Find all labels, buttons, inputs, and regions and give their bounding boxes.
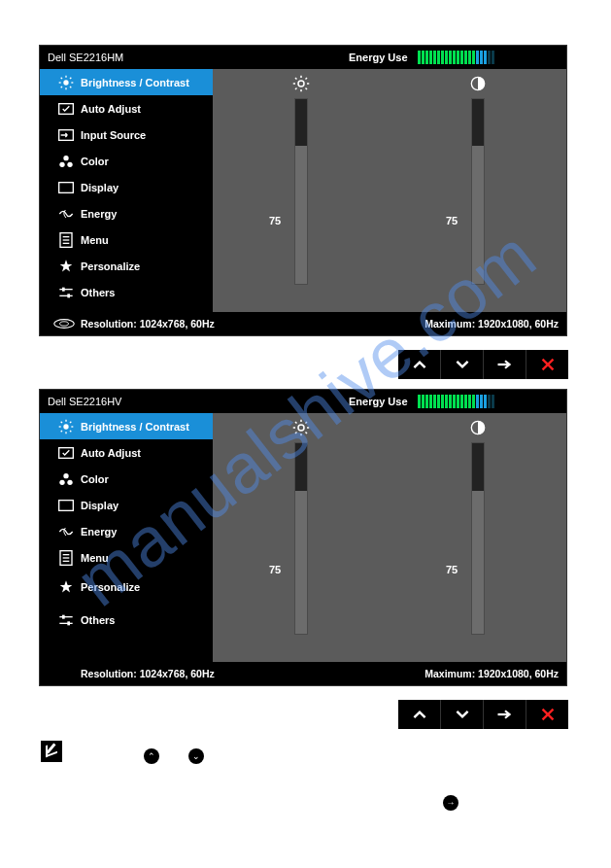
brightness-icon [51, 75, 81, 90]
energy-use-label: Energy Use [349, 396, 408, 407]
contrast-slider[interactable] [471, 442, 485, 635]
enter-button[interactable] [484, 350, 526, 379]
sidebar-item-brightness-contrast[interactable]: Brightness / Contrast [40, 69, 213, 95]
sidebar-item-label: Input Source [81, 129, 213, 141]
enter-button[interactable] [484, 700, 526, 729]
menu-icon [51, 550, 81, 566]
osd-header: Dell SE2216HM Energy Use [40, 46, 566, 69]
sidebar-item-auto-adjust[interactable]: Auto Adjust [40, 95, 213, 122]
svg-line-44 [70, 431, 71, 432]
sidebar-item-others[interactable]: Others [40, 279, 213, 305]
brightness-slider[interactable] [294, 98, 308, 285]
brightness-icon [51, 419, 81, 434]
energy-icon [51, 525, 81, 538]
color-icon [51, 155, 81, 168]
svg-point-13 [67, 161, 72, 166]
osd-sidebar: Brightness / Contrast Auto Adjust Color … [40, 413, 213, 662]
brightness-header-icon [213, 73, 390, 94]
svg-rect-58 [62, 615, 65, 619]
svg-point-49 [59, 479, 64, 484]
sidebar-item-display[interactable]: Display [40, 492, 213, 518]
svg-point-12 [59, 161, 64, 166]
small-down-icon [188, 748, 204, 764]
svg-line-43 [61, 421, 62, 422]
sidebar-item-label: Personalize [81, 260, 213, 272]
sidebar-item-others[interactable]: Others [40, 604, 213, 637]
sidebar-item-display[interactable]: Display [40, 174, 213, 200]
svg-point-0 [63, 80, 68, 85]
energy-meter [418, 395, 494, 408]
osd-button-strip-1 [398, 350, 568, 379]
svg-line-5 [61, 77, 62, 78]
svg-line-30 [295, 88, 297, 90]
sidebar-item-energy[interactable]: Energy [40, 518, 213, 544]
energy-meter [418, 51, 494, 64]
contrast-value: 75 [446, 215, 458, 226]
svg-rect-14 [59, 182, 74, 192]
small-right-icon [443, 795, 458, 811]
up-button[interactable] [398, 350, 441, 379]
small-up-icon [144, 748, 159, 764]
brightness-slider[interactable] [294, 442, 308, 635]
osd-button-strip-2 [398, 700, 568, 729]
down-button[interactable] [441, 700, 484, 729]
sidebar-item-color[interactable]: Color [40, 148, 213, 174]
sidebar-item-personalize[interactable]: Personalize [40, 253, 213, 279]
display-icon [51, 182, 81, 193]
svg-line-7 [61, 87, 62, 87]
sidebar-item-brightness-contrast[interactable]: Brightness / Contrast [40, 413, 213, 439]
svg-point-60 [298, 425, 304, 431]
contrast-slider[interactable] [471, 98, 485, 285]
down-button[interactable] [441, 350, 484, 379]
close-button[interactable] [526, 700, 568, 729]
sidebar-item-label: Energy [81, 526, 213, 538]
osd-panel-2: Dell SE2216HV Energy Use Brightness / Co… [39, 389, 567, 686]
brightness-value: 75 [269, 215, 281, 226]
sidebar-item-personalize[interactable]: Personalize [40, 571, 213, 604]
sidebar-item-menu[interactable]: Menu [40, 226, 213, 253]
up-button[interactable] [398, 700, 441, 729]
osd-header: Dell SE2216HV Energy Use [40, 390, 566, 413]
svg-point-38 [63, 424, 68, 429]
svg-point-33 [54, 320, 75, 329]
input-source-icon [51, 129, 81, 141]
sidebar-item-auto-adjust[interactable]: Auto Adjust [40, 439, 213, 466]
osd-title: Dell SE2216HV [48, 396, 349, 407]
svg-line-6 [70, 87, 71, 87]
svg-point-11 [63, 156, 68, 160]
sidebar-item-label: Energy [81, 208, 213, 220]
svg-line-66 [306, 433, 308, 434]
sidebar-item-energy[interactable]: Energy [40, 200, 213, 226]
sidebar-item-label: Brightness / Contrast [81, 77, 213, 88]
maximum-text: Maximum: 1920x1080, 60Hz [424, 318, 559, 330]
svg-point-48 [63, 473, 68, 478]
osd-content: 75 75 [213, 413, 566, 662]
brightness-header-icon [213, 417, 390, 438]
svg-line-31 [306, 78, 308, 80]
color-icon [51, 472, 81, 486]
others-icon [51, 286, 81, 299]
svg-line-45 [61, 431, 62, 432]
svg-rect-51 [59, 500, 74, 510]
svg-line-65 [295, 422, 297, 424]
sidebar-item-input-source[interactable]: Input Source [40, 122, 213, 148]
brightness-value: 75 [269, 564, 281, 575]
osd-panel-1: Dell SE2216HM Energy Use Brightness / Co… [39, 45, 567, 336]
resolution-icon [48, 318, 81, 330]
sidebar-item-menu[interactable]: Menu [40, 544, 213, 571]
osd-title: Dell SE2216HM [48, 52, 349, 63]
svg-line-67 [295, 433, 297, 434]
sidebar-item-label: Color [81, 473, 213, 485]
close-button[interactable] [526, 350, 568, 379]
svg-line-29 [306, 88, 308, 90]
sidebar-item-label: Menu [81, 234, 213, 246]
others-icon [51, 613, 81, 627]
sidebar-item-label: Personalize [81, 581, 213, 593]
contrast-value: 75 [446, 564, 458, 575]
sidebar-item-label: Others [81, 287, 213, 298]
display-icon [51, 500, 81, 511]
contrast-header-icon [390, 417, 566, 438]
auto-adjust-icon [51, 447, 81, 459]
sidebar-item-color[interactable]: Color [40, 466, 213, 492]
sidebar-item-label: Display [81, 182, 213, 193]
